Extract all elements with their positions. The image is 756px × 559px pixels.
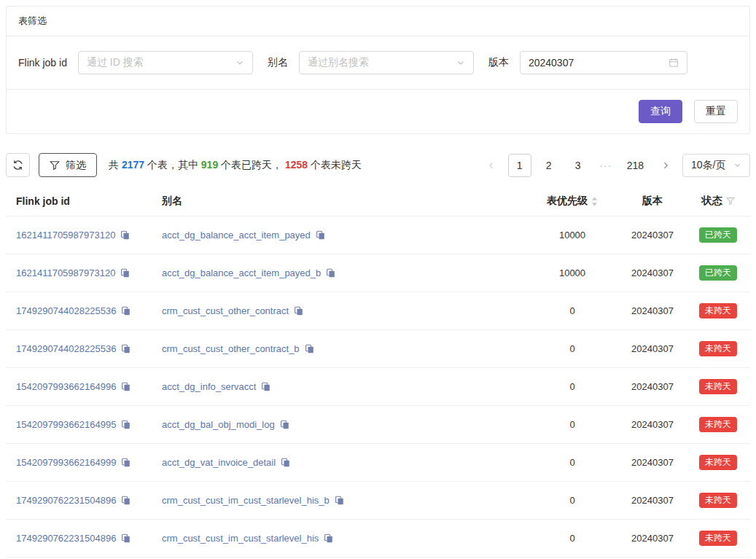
alias-placeholder: 通过别名搜索: [308, 56, 369, 69]
page: 表筛选 Flink job id 通过 ID 搜索 别名 通过别名搜索: [0, 0, 756, 559]
refresh-button[interactable]: [6, 153, 30, 177]
job-id-link[interactable]: 1542097993662164996: [16, 381, 116, 392]
summary-part: 个表，其中: [144, 159, 201, 171]
copy-icon[interactable]: [326, 268, 335, 278]
job-id-link[interactable]: 1749290762231504896: [16, 495, 116, 506]
column-filter-funnel-icon[interactable]: [726, 197, 735, 206]
alias-field: 别名 通过别名搜索: [268, 51, 474, 74]
reset-button[interactable]: 重置: [694, 100, 738, 123]
column-header-job-id: Flink job id: [6, 187, 152, 216]
results-table: Flink job id 别名 表优先级 版本 状态: [6, 187, 750, 559]
job-id-link[interactable]: 1621411705987973120: [16, 230, 115, 241]
copy-icon[interactable]: [121, 306, 130, 316]
version-field: 版本: [488, 51, 687, 74]
priority-cell: 0: [526, 330, 619, 368]
copy-icon[interactable]: [316, 230, 325, 240]
page-last-button[interactable]: 218: [622, 154, 649, 177]
copy-icon[interactable]: [121, 458, 130, 467]
priority-cell: 0: [526, 292, 619, 330]
page-2-button[interactable]: 2: [537, 154, 561, 177]
copy-icon[interactable]: [120, 230, 130, 240]
version-cell: 20240307: [619, 444, 686, 482]
alias-label: 别名: [268, 56, 288, 69]
toolbar: 筛选 共 2177 个表，其中 919 个表已跨天， 1258 个表未跨天 1 …: [6, 153, 750, 177]
filter-actions-row: 查询 重置: [7, 90, 749, 133]
version-cell: 20240307: [619, 292, 686, 330]
alias-link[interactable]: acct_dg_bal_obj_modi_log: [162, 419, 275, 430]
job-id-label: Flink job id: [18, 57, 67, 69]
copy-icon[interactable]: [121, 420, 130, 429]
column-header-priority[interactable]: 表优先级: [526, 187, 619, 216]
page-size-select[interactable]: 10条/页: [682, 154, 750, 177]
job-id-select[interactable]: 通过 ID 搜索: [78, 51, 253, 74]
summary-part: 个表未跨天: [308, 159, 362, 171]
version-date-input[interactable]: [529, 57, 669, 69]
priority-cell: 0: [526, 482, 619, 520]
copy-icon[interactable]: [280, 420, 289, 429]
alias-link[interactable]: acct_dg_balance_acct_item_payed_b: [162, 267, 321, 278]
job-id-link[interactable]: 1749290744028225536: [16, 343, 116, 354]
copy-icon[interactable]: [294, 306, 303, 316]
query-button[interactable]: 查询: [639, 100, 682, 123]
column-header-status[interactable]: 状态: [686, 187, 750, 216]
alias-link[interactable]: crm_cust_cust_other_contract_b: [162, 343, 300, 354]
page-3-button[interactable]: 3: [566, 154, 590, 177]
prev-page-button[interactable]: [480, 154, 502, 177]
filter-fields-row: Flink job id 通过 ID 搜索 别名 通过别名搜索: [7, 36, 749, 90]
job-id-link[interactable]: 1749290744028225536: [16, 305, 116, 316]
version-cell: 20240307: [619, 406, 686, 444]
job-id-link[interactable]: 1749290762231504896: [16, 533, 116, 544]
page-ellipsis[interactable]: ···: [596, 160, 616, 171]
copy-icon[interactable]: [121, 382, 130, 391]
priority-cell: 0: [526, 406, 619, 444]
next-page-button[interactable]: [655, 154, 677, 177]
page-1-button[interactable]: 1: [508, 154, 531, 177]
job-id-link[interactable]: 1542097993662164999: [16, 457, 116, 468]
alias-link[interactable]: acct_dg_vat_invoice_detail: [162, 457, 276, 468]
copy-icon[interactable]: [335, 496, 344, 505]
table-body: 1621411705987973120 acct_dg_balance_acct…: [6, 216, 750, 559]
copy-icon[interactable]: [121, 533, 130, 543]
sorter-icon[interactable]: [591, 197, 598, 206]
copy-icon[interactable]: [324, 533, 333, 543]
status-badge: 未跨天: [699, 303, 737, 318]
table-row: 1621411705987973120 acct_dg_balance_acct…: [6, 254, 750, 292]
job-id-link[interactable]: 1542097993662164995: [16, 419, 116, 430]
alias-select[interactable]: 通过别名搜索: [299, 51, 474, 74]
copy-icon[interactable]: [281, 458, 290, 467]
status-badge: 未跨天: [699, 379, 737, 394]
alias-link[interactable]: crm_cust_cust_other_contract: [162, 305, 289, 316]
funnel-icon: [50, 160, 60, 171]
priority-cell: 0: [526, 520, 619, 558]
alias-link[interactable]: crm_cust_cust_im_cust_starlevel_his: [162, 533, 319, 544]
summary-part: 共: [109, 159, 122, 171]
summary-total-count: 2177: [122, 159, 144, 171]
copy-icon[interactable]: [121, 344, 130, 353]
table-row: 1749290762231504896 crm_cust_cust_im_cus…: [6, 520, 750, 558]
chevron-left-icon: [487, 161, 496, 170]
job-id-field: Flink job id 通过 ID 搜索: [18, 51, 253, 74]
refresh-icon: [12, 160, 23, 171]
filter-panel-title: 表筛选: [18, 15, 47, 26]
filter-button[interactable]: 筛选: [39, 153, 97, 177]
version-cell: 20240307: [619, 482, 686, 520]
alias-link[interactable]: acct_dg_info_servacct: [162, 381, 256, 392]
job-id-placeholder: 通过 ID 搜索: [87, 56, 144, 69]
alias-link[interactable]: acct_dg_balance_acct_item_payed: [162, 230, 311, 241]
version-cell: 20240307: [619, 330, 686, 368]
column-header-version: 版本: [619, 187, 686, 216]
version-label: 版本: [488, 56, 509, 69]
copy-icon[interactable]: [261, 382, 270, 391]
version-date-picker[interactable]: [520, 51, 687, 74]
copy-icon[interactable]: [120, 268, 130, 278]
alias-link[interactable]: crm_cust_cust_im_cust_starlevel_his_b: [162, 495, 330, 506]
table-row: 1542097993662164999 acct_dg_vat_invoice_…: [6, 444, 750, 482]
table-row: 1621411705987973120 acct_dg_balance_acct…: [6, 216, 750, 254]
chevron-down-icon: [456, 58, 465, 67]
copy-icon[interactable]: [121, 496, 130, 505]
job-id-link[interactable]: 1621411705987973120: [16, 267, 115, 278]
summary-crossed-count: 919: [201, 159, 218, 171]
copy-icon[interactable]: [305, 344, 314, 353]
priority-cell: 10000: [526, 254, 619, 292]
status-badge: 未跨天: [699, 341, 737, 356]
